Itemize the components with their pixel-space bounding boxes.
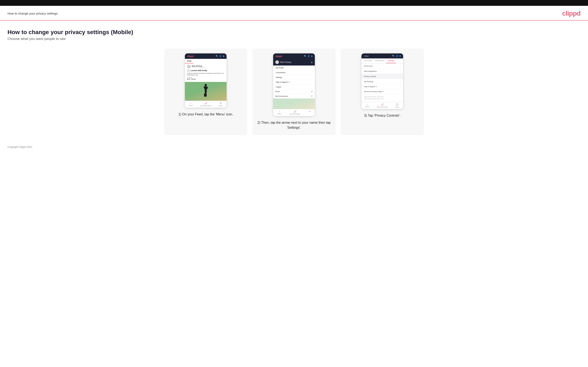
- performance-icon: 📈: [205, 102, 208, 105]
- chevron-down-icon2: ▼: [311, 95, 313, 97]
- phone2-performance-btn[interactable]: 📈 My Performance: [290, 110, 300, 115]
- home-icon: ⌂: [367, 103, 368, 106]
- menu-item-connections[interactable]: Connections: [273, 70, 315, 75]
- settings-icon: ⊕: [223, 55, 225, 57]
- header: How to change your privacy settings clip…: [0, 6, 588, 21]
- top-bar: [0, 0, 588, 6]
- phone2-logo: clippd: [275, 55, 282, 57]
- phone1-navbar: clippd 🔍 👤 ⊕: [185, 53, 226, 59]
- dataintegrations-label: Data Integrations: [364, 70, 377, 72]
- phone1-nav-icons: 🔍 👤 ⊕: [216, 55, 225, 57]
- settings-item-mygolfbag[interactable]: My Golf Bag ›: [362, 79, 403, 84]
- menu-item-settings[interactable]: Settings: [273, 75, 315, 80]
- version1: Clippd Client Version: 2022.8.3-3: [364, 96, 401, 98]
- main-content: How to change your privacy settings (Mob…: [0, 21, 588, 139]
- step-1-card: clippd 🔍 👤 ⊕ Feed B Blair McHarg: [164, 49, 247, 135]
- feed-post-header: B Blair McHarg Yesterday · Sunningdale: [187, 65, 225, 68]
- version-info: Clippd Client Version: 2022.8.3-3 GQL Se…: [362, 94, 403, 102]
- settings-item-helpsupport[interactable]: Help & Support ↗: [362, 84, 403, 89]
- home-icon: ⌂: [279, 110, 280, 113]
- tab-connections[interactable]: Connections: [373, 58, 386, 63]
- settings-label: Settings: [276, 76, 282, 78]
- settings-item-privacypolicy[interactable]: Service & Privacy Policy ↗: [362, 89, 403, 94]
- menu-item-helpsupport[interactable]: Help & Support ↗: [273, 80, 315, 85]
- phone1-logo: clippd: [187, 55, 194, 57]
- logo: clippd: [562, 9, 580, 17]
- golfer-image: [185, 82, 226, 101]
- user-icon: 👤: [308, 55, 310, 57]
- performance-label: My Performance: [290, 113, 300, 115]
- settings-icon: ⊕: [311, 55, 313, 57]
- lesson-desc: Looking to feel like my hands are exitin…: [187, 73, 225, 76]
- phone2-bottom-bar: ⌂ Home 📈 My Performance ✕: [273, 109, 315, 116]
- settings-item-myaccount[interactable]: My Account ›: [362, 63, 403, 69]
- copyright: Copyright Clippd 2022: [8, 146, 32, 149]
- chevron-right-icon2: ›: [400, 70, 401, 72]
- duration-label: Duration 01 hr : 30 min: [187, 77, 225, 80]
- page-subheading: Choose what you want people to see: [8, 37, 580, 41]
- search-icon: 🔍: [392, 55, 395, 57]
- phone2-nav-icons: 🔍 👤 ⊕: [304, 55, 313, 57]
- performance-section-label: My Performance: [275, 95, 288, 97]
- phone3-bottom-bar: ⌂ Home 📈 My Performance ☰ Menu: [362, 102, 403, 109]
- svg-rect-7: [205, 93, 207, 97]
- bg-image-blur: [273, 99, 315, 109]
- tab-myprofile[interactable]: My Profile: [363, 58, 373, 63]
- menu-item-logout[interactable]: Logout: [273, 85, 315, 89]
- back-button[interactable]: < Back: [363, 55, 369, 57]
- steps-container: clippd 🔍 👤 ⊕ Feed B Blair McHarg: [8, 49, 580, 135]
- phone1-menu-btn[interactable]: ☰ Menu: [219, 102, 223, 107]
- myprofile-label: My Profile: [276, 67, 284, 69]
- tab-settings[interactable]: Settings: [386, 58, 396, 63]
- home-section-label: Home: [275, 91, 280, 92]
- menu-item-myprofile[interactable]: My Profile: [273, 66, 315, 70]
- performance-label: My Performance: [377, 106, 388, 108]
- menu-section-home[interactable]: Home ▼: [273, 89, 315, 94]
- helpsupport-label: Help & Support ↗: [276, 81, 290, 83]
- phone-1: clippd 🔍 👤 ⊕ Feed B Blair McHarg: [185, 53, 226, 108]
- chevron-down-icon: ▼: [311, 91, 313, 92]
- phone2-home-btn[interactable]: ⌂ Home: [277, 110, 281, 115]
- footer: Copyright Clippd 2022: [0, 139, 588, 155]
- phone2-close-btn[interactable]: ✕: [309, 110, 311, 115]
- step-3-caption: 3) Tap 'Privacy Controls'.: [364, 113, 401, 118]
- close-icon: ✕: [309, 110, 311, 113]
- helpsupport-label2: Help & Support ↗: [364, 86, 377, 88]
- settings-icon: ⊕: [399, 55, 401, 57]
- privacypolicy-label: Service & Privacy Policy ↗: [364, 91, 384, 92]
- phone-3: < Back 🔍 👤 ⊕ My Profile Connections Sett…: [362, 53, 403, 109]
- phone1-performance-btn[interactable]: 📈 My Performance: [200, 102, 211, 107]
- myaccount-label: My Account: [364, 65, 372, 67]
- menu-section-performance[interactable]: My Performance ▼: [273, 94, 315, 99]
- feed-user-info: Blair McHarg Yesterday · Sunningdale: [192, 65, 205, 68]
- menu-dropdown: My Profile Connections Settings Help & S…: [273, 66, 315, 89]
- step-1-caption: 1) On your Feed, tap the 'Menu' icon.: [178, 112, 233, 117]
- performance-icon: 📈: [381, 103, 384, 106]
- feed-post: B Blair McHarg Yesterday · Sunningdale L…: [185, 63, 226, 82]
- svg-point-0: [205, 84, 207, 86]
- feed-usersub: Yesterday · Sunningdale: [192, 67, 205, 68]
- chevron-right-icon3: ›: [400, 75, 401, 77]
- home-icon: ⌂: [190, 102, 191, 104]
- chevron-right-icon4: ›: [400, 81, 401, 83]
- step-2-caption: 2) Then, tap the arrow next to your name…: [256, 120, 332, 130]
- menu-label: Menu: [219, 105, 223, 107]
- home-label: Home: [277, 113, 281, 115]
- feed-username: Blair McHarg: [192, 65, 205, 67]
- phone3-backbar: < Back 🔍 👤 ⊕: [362, 53, 403, 58]
- search-icon: 🔍: [216, 55, 218, 57]
- phone2-navbar: clippd 🔍 👤 ⊕: [273, 53, 315, 59]
- settings-item-privacycontrols[interactable]: Privacy Controls ›: [362, 74, 403, 79]
- settings-item-dataintegrations[interactable]: Data Integrations ›: [362, 69, 403, 74]
- phone3-performance-btn[interactable]: 📈 My Performance: [377, 103, 388, 108]
- performance-icon: 📈: [294, 110, 296, 113]
- step-3-card: < Back 🔍 👤 ⊕ My Profile Connections Sett…: [341, 49, 424, 135]
- phone3-home-btn[interactable]: ⌂ Home: [365, 103, 369, 108]
- chevron-up-icon: ▲: [311, 61, 313, 63]
- search-icon: 🔍: [304, 55, 306, 57]
- phone3-nav-icons: 🔍 👤 ⊕: [392, 55, 401, 57]
- home-label: Home: [189, 105, 193, 106]
- phone1-home-btn[interactable]: ⌂ Home: [189, 102, 193, 107]
- phone3-menu-btn[interactable]: ☰ Menu: [396, 103, 399, 108]
- settings-tabs: My Profile Connections Settings: [362, 58, 403, 63]
